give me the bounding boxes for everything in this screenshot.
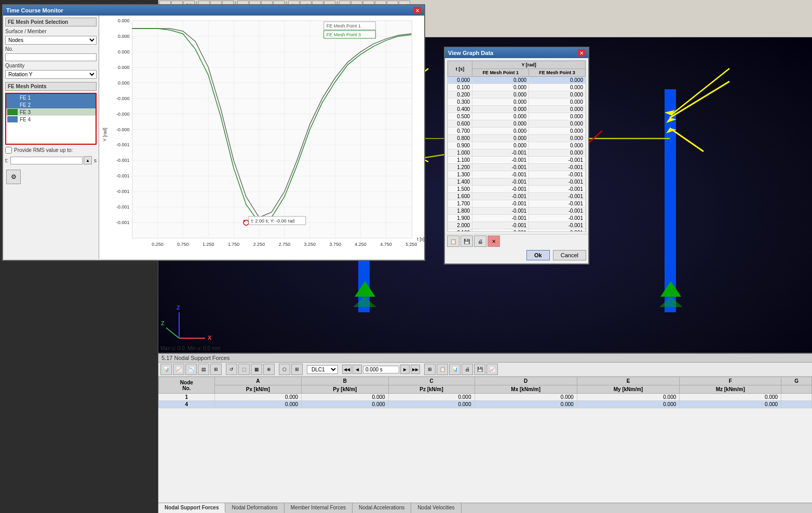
- tcm-close-btn[interactable]: ✕: [414, 7, 421, 14]
- btb-btn10[interactable]: ⬡: [279, 364, 290, 375]
- svg-text:-0.001: -0.001: [116, 204, 129, 210]
- bottom-tab[interactable]: Nodal Deformations: [225, 503, 284, 513]
- svg-text:-0.000: -0.000: [116, 127, 129, 132]
- btb-btn6[interactable]: ↺: [226, 364, 237, 375]
- btb-btn17[interactable]: 📈: [486, 364, 498, 375]
- sub-my: My [kNm/m]: [577, 385, 679, 394]
- quantity-select-row: Rotation Y: [5, 70, 97, 79]
- svg-text:0.000: 0.000: [118, 49, 129, 54]
- svg-text:0.000: 0.000: [118, 65, 129, 70]
- svg-text:FE Mesh Point 1: FE Mesh Point 1: [327, 23, 361, 29]
- vgd-tb-close[interactable]: ✕: [488, 235, 500, 247]
- svg-text:X: X: [208, 335, 212, 341]
- vgd-toolbar: 📋 💾 🖨 ✕: [445, 234, 588, 248]
- btb-btn15[interactable]: 🖨: [462, 364, 473, 375]
- vgd-tb-save[interactable]: 💾: [461, 235, 473, 247]
- svg-text:4.750: 4.750: [380, 242, 391, 247]
- vgd-dialog: View Graph Data ✕ t [s] Y [rad] FE Mesh …: [444, 47, 589, 265]
- svg-line-9: [671, 68, 729, 115]
- vgd-tb-copy[interactable]: 📋: [447, 235, 459, 247]
- table-row[interactable]: 4: [159, 401, 215, 408]
- svg-line-11: [670, 81, 729, 118]
- data-table-wrap[interactable]: NodeNo. A B C D E F G Px [kN/m] Py [kN/m…: [158, 377, 812, 408]
- vgd-table-wrap[interactable]: t [s] Y [rad] FE Mesh Point 1 FE Mesh Po…: [447, 60, 586, 232]
- btb-combo-dlc[interactable]: DLC1: [307, 365, 338, 374]
- no-input[interactable]: [5, 53, 97, 61]
- bottom-tab[interactable]: Nodal Velocities: [411, 503, 461, 513]
- rms-up-btn[interactable]: ▲: [84, 156, 92, 164]
- vgd-tb-print[interactable]: 🖨: [474, 235, 486, 247]
- rms-checkbox[interactable]: [5, 147, 12, 154]
- sub-py: Py [kN/m]: [302, 385, 388, 394]
- col-d: D: [475, 377, 577, 385]
- svg-text:-0.001: -0.001: [116, 173, 129, 178]
- vgd-action-btns: Ok Cancel: [445, 248, 588, 262]
- rms-label: Provide RMS value up to:: [14, 147, 73, 153]
- btb-btn4[interactable]: ▤: [198, 364, 209, 375]
- btb-nav-next[interactable]: ▶: [400, 365, 410, 374]
- tcm-settings-btn[interactable]: ⚙: [6, 170, 21, 184]
- vgd-cancel-btn[interactable]: Cancel: [553, 250, 586, 260]
- sub-px: Px [kN/m]: [214, 385, 301, 394]
- btb-btn5[interactable]: ⊞: [210, 364, 222, 375]
- btb-btn11[interactable]: ⊞: [291, 364, 303, 375]
- rms-t-input[interactable]: [10, 157, 83, 164]
- mesh-point-row-2[interactable]: FE 2: [6, 101, 96, 108]
- btb-btn16[interactable]: 💾: [474, 364, 485, 375]
- bottom-tab[interactable]: Nodal Accelerations: [353, 503, 411, 513]
- svg-text:5.250: 5.250: [405, 242, 417, 247]
- btb-nav-prev-prev[interactable]: ◀◀: [342, 365, 351, 374]
- col-f: F: [680, 377, 781, 385]
- svg-text:-0.001: -0.001: [116, 189, 129, 194]
- col-c: C: [388, 377, 475, 385]
- btb-btn1[interactable]: 📊: [160, 364, 172, 375]
- tcm-titlebar: Time Course Monitor ✕: [3, 5, 424, 16]
- svg-line-23: [166, 328, 179, 338]
- vgd-col-t: t [s]: [448, 61, 472, 77]
- vgd-close-btn[interactable]: ✕: [578, 49, 585, 57]
- svg-text:1.250: 1.250: [202, 242, 214, 247]
- mesh-point-row-3[interactable]: FE 3: [6, 108, 96, 116]
- bottom-tabs: Nodal Support ForcesNodal DeformationsMe…: [158, 503, 812, 513]
- col-g: G: [781, 377, 812, 385]
- btb-btn14[interactable]: 📊: [449, 364, 461, 375]
- vgd-col-y: Y [rad]: [472, 61, 586, 69]
- btb-btn12[interactable]: ⊞: [424, 364, 436, 375]
- surface-select-row: Nodes: [5, 36, 97, 45]
- tcm-chart-area: 0.250 0.750 1.250 1.750 2.250 2.750 3.25…: [99, 16, 424, 259]
- svg-text:0.000: 0.000: [118, 18, 129, 23]
- btb-btn7[interactable]: ⬚: [238, 364, 250, 375]
- svg-text:2.250: 2.250: [253, 242, 265, 247]
- vgd-body: t [s] Y [rad] FE Mesh Point 1 FE Mesh Po…: [445, 58, 588, 262]
- mesh-point-label-4: FE 4: [20, 117, 31, 122]
- tcm-title: Time Course Monitor: [6, 7, 63, 13]
- btb-nav-prev[interactable]: ◀: [353, 365, 362, 374]
- svg-text:Z: Z: [161, 320, 165, 326]
- btb-btn8[interactable]: ▦: [251, 364, 262, 375]
- btb-btn13[interactable]: 📋: [437, 364, 448, 375]
- data-table: NodeNo. A B C D E F G Px [kN/m] Py [kN/m…: [158, 377, 812, 408]
- chart-svg: 0.250 0.750 1.250 1.750 2.250 2.750 3.25…: [99, 16, 424, 259]
- max-min-label: Max u: 0.0, Min u: 0.0 mm: [158, 344, 223, 352]
- svg-text:t [s]: t [s]: [417, 237, 424, 242]
- vgd-ok-btn[interactable]: Ok: [526, 250, 550, 260]
- btb-btn3[interactable]: 📉: [185, 364, 197, 375]
- mesh-point-row-4[interactable]: FE 4: [6, 116, 96, 123]
- svg-text:0.000: 0.000: [118, 34, 129, 39]
- table-row[interactable]: 1: [159, 394, 215, 401]
- btb-nav-next-next[interactable]: ▶▶: [411, 365, 420, 374]
- bottom-tab[interactable]: Nodal Support Forces: [158, 503, 225, 513]
- btb-time-input[interactable]: [363, 366, 399, 373]
- col-node: NodeNo.: [159, 377, 215, 394]
- mesh-point-row-1[interactable]: FE 1: [6, 94, 96, 101]
- mesh-point-label-1: FE 1: [20, 95, 31, 101]
- bottom-tab[interactable]: Member Internal Forces: [285, 503, 353, 513]
- bottom-toolbar: 📊 📈 📉 ▤ ⊞ ↺ ⬚ ▦ ⊕ ⬡ ⊞ DLC1 ◀◀ ◀ ▶ ▶▶ ⊞ 📋…: [158, 363, 812, 377]
- btb-btn2[interactable]: 📈: [173, 364, 184, 375]
- quantity-select[interactable]: Rotation Y: [5, 70, 97, 79]
- svg-text:-0.001: -0.001: [116, 220, 129, 225]
- svg-text:-0.000: -0.000: [116, 112, 129, 117]
- surface-select[interactable]: Nodes: [5, 36, 97, 45]
- svg-text:4.250: 4.250: [355, 242, 366, 247]
- btb-btn9[interactable]: ⊕: [263, 364, 275, 375]
